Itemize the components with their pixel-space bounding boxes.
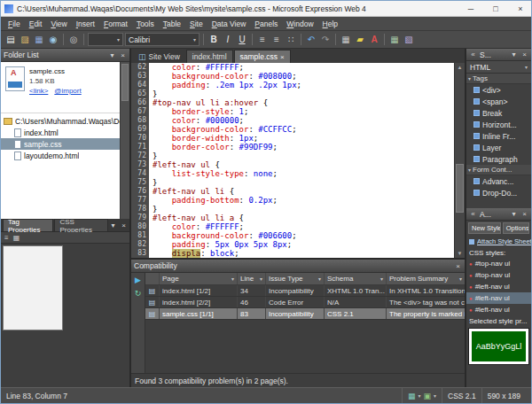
code-line-67[interactable]: 67 border-style: 1; bbox=[131, 107, 454, 116]
column-header-line[interactable]: Line▾ bbox=[238, 273, 266, 284]
style-dropdown[interactable]: ▾ bbox=[88, 33, 123, 46]
save-icon[interactable]: ▦ bbox=[33, 33, 45, 46]
toolbox-item-inline-fr[interactable]: Inline Fr... bbox=[466, 130, 531, 142]
visual-aids-icon[interactable]: ▦ bbox=[408, 392, 416, 400]
tree-item-layoutdemo-html[interactable]: layoutdemo.html bbox=[1, 150, 120, 161]
panel-menu-icon[interactable]: ▾ bbox=[109, 221, 117, 229]
categorized-icon[interactable]: ▦ bbox=[13, 234, 20, 242]
style-item-2[interactable]: ●#left-nav ul bbox=[466, 281, 531, 292]
run-check-icon[interactable]: ▶ bbox=[135, 276, 141, 284]
panel-menu-icon[interactable]: ▾ bbox=[510, 50, 518, 58]
code-line-71[interactable]: 71 border-color: #99DF99; bbox=[131, 143, 454, 152]
compat-row-index-html-2-2[interactable]: ▤index.html [2/2]46Code ErrorN/AThe <div… bbox=[145, 297, 465, 308]
toolbox-item-horizont[interactable]: Horizont... bbox=[466, 119, 531, 130]
toolbox-section-form-cont[interactable]: ▾Form Cont... bbox=[466, 165, 531, 175]
bullets-icon[interactable]: ∷ bbox=[285, 33, 297, 46]
collapse-left-icon[interactable]: « bbox=[469, 210, 477, 218]
minimize-button[interactable]: ─ bbox=[460, 1, 481, 16]
highlight-icon[interactable]: ▰ bbox=[354, 33, 366, 46]
column-header-issue-type[interactable]: Issue Type▾ bbox=[266, 273, 325, 284]
attach-style-sheet-link[interactable]: Attach Style Sheet bbox=[466, 236, 531, 247]
props-empty-grid[interactable] bbox=[3, 245, 63, 330]
code-line-78[interactable]: 78} bbox=[131, 205, 454, 214]
code-line-69[interactable]: 69 background-color: #CCFFCC; bbox=[131, 125, 454, 134]
preview-browser-icon[interactable]: ◉ bbox=[47, 33, 59, 46]
panel-menu-icon[interactable]: ▾ bbox=[510, 210, 518, 218]
tab-site-view[interactable]: ◫Site View bbox=[133, 50, 185, 63]
code-line-80[interactable]: 80 color: #FFFFFF; bbox=[131, 222, 454, 231]
style-item-3[interactable]: ●#left-nav ul bbox=[466, 292, 531, 304]
image-icon[interactable]: ▧ bbox=[403, 33, 415, 46]
italic-icon[interactable]: I bbox=[222, 33, 234, 46]
menu-item-table[interactable]: Table bbox=[159, 18, 185, 30]
tab-sample-css[interactable]: sample.css× bbox=[234, 50, 291, 63]
code-line-79[interactable]: 79#left-nav ul li a { bbox=[131, 214, 454, 222]
code-editor[interactable]: 62 color: #FFFFFF;63 background-color: #… bbox=[131, 63, 465, 258]
code-line-74[interactable]: 74 list-style-type: none; bbox=[131, 169, 454, 178]
toolbox-item-break[interactable]: Break bbox=[466, 107, 531, 119]
menu-item-file[interactable]: File bbox=[4, 18, 25, 30]
toolbox-item-paragraph[interactable]: Paragraph bbox=[466, 153, 531, 165]
close-panel-icon[interactable]: × bbox=[520, 210, 528, 218]
toolbox-section-tags[interactable]: ▾Tags bbox=[466, 74, 531, 84]
toolbox-item-div[interactable]: <div> bbox=[466, 84, 531, 96]
menu-item-format[interactable]: Format bbox=[99, 18, 132, 30]
code-line-63[interactable]: 63 background-color: #008000; bbox=[131, 72, 454, 81]
options-button[interactable]: Options ▾ bbox=[503, 222, 529, 234]
menu-item-view[interactable]: View bbox=[46, 18, 71, 30]
font-dropdown[interactable]: Calibri ▾ bbox=[125, 33, 200, 46]
underline-icon[interactable]: U bbox=[236, 33, 248, 46]
folder-list-scrollbar[interactable] bbox=[120, 62, 129, 219]
code-line-70[interactable]: 70 border-width: 1px; bbox=[131, 134, 454, 143]
toolbox-item-drop-do[interactable]: Drop-Do... bbox=[466, 187, 531, 198]
tree-item-sample-css[interactable]: sample.css bbox=[1, 138, 120, 150]
close-panel-icon[interactable]: × bbox=[454, 262, 462, 270]
menu-item-tools[interactable]: Tools bbox=[132, 18, 159, 30]
compat-row-sample-css-1-1[interactable]: ▤sample.css [1/1]83IncompatibilityCSS 2.… bbox=[145, 308, 465, 320]
tree-root[interactable]: C:\Users\Muhammad.Waqas\Documents\My Web… bbox=[1, 115, 120, 127]
code-line-64[interactable]: 64 padding: .2em 1px .2px 1px; bbox=[131, 81, 454, 89]
scroll-up-icon[interactable]: ▲ bbox=[458, 63, 463, 72]
font-color-icon[interactable]: A bbox=[368, 33, 380, 46]
toolbox-item-span[interactable]: <span> bbox=[466, 96, 531, 107]
toolbox-item-layer[interactable]: Layer bbox=[466, 142, 531, 153]
sort-az-icon[interactable]: ≡ bbox=[4, 234, 9, 242]
link-tag-link[interactable]: <link> bbox=[29, 87, 48, 95]
code-line-73[interactable]: 73#left-nav ul { bbox=[131, 160, 454, 169]
code-line-65[interactable]: 65} bbox=[131, 89, 454, 98]
code-line-81[interactable]: 81 background-color: #006600; bbox=[131, 231, 454, 240]
tab-css-properties[interactable]: CSS Properties bbox=[54, 219, 108, 231]
scrollbar-thumb[interactable] bbox=[456, 164, 464, 213]
bold-icon[interactable]: B bbox=[207, 33, 220, 46]
menu-item-data-view[interactable]: Data View bbox=[207, 18, 251, 30]
close-panel-icon[interactable]: × bbox=[120, 221, 128, 229]
dropdown-arrow-icon[interactable]: ▾ bbox=[434, 392, 436, 399]
code-line-68[interactable]: 68 color: #000000; bbox=[131, 116, 454, 125]
new-style-button[interactable]: New Style... bbox=[468, 222, 501, 234]
code-line-76[interactable]: 76#left-nav ul li { bbox=[131, 187, 454, 196]
scroll-down-icon[interactable]: ▼ bbox=[458, 249, 463, 258]
maximize-button[interactable]: □ bbox=[485, 1, 506, 16]
undo-icon[interactable]: ↶ bbox=[305, 33, 317, 46]
tab-index-html[interactable]: index.html bbox=[186, 50, 233, 63]
column-header-problem-summary[interactable]: Problem Summary▾ bbox=[387, 273, 465, 284]
collapse-left-icon[interactable]: « bbox=[469, 50, 477, 58]
style-item-1[interactable]: ●#top-nav ul bbox=[466, 269, 531, 281]
align-center-icon[interactable]: ≡ bbox=[270, 33, 283, 46]
scrollbar-thumb[interactable] bbox=[121, 64, 129, 101]
find-icon[interactable]: ◎ bbox=[67, 33, 80, 46]
status-schema[interactable]: CSS 2.1 bbox=[442, 388, 481, 403]
code-line-62[interactable]: 62 color: #FFFFFF; bbox=[131, 63, 454, 72]
style-item-4[interactable]: ●#left-nav ul bbox=[466, 304, 531, 315]
borders-icon[interactable]: ▦ bbox=[340, 33, 352, 46]
close-panel-icon[interactable]: × bbox=[119, 51, 127, 59]
code-lines[interactable]: 62 color: #FFFFFF;63 background-color: #… bbox=[131, 63, 454, 258]
column-header-schema[interactable]: Schema▾ bbox=[325, 273, 387, 284]
toolbox-item-advanc[interactable]: Advanc... bbox=[466, 175, 531, 187]
menu-item-site[interactable]: Site bbox=[185, 18, 207, 30]
refresh-icon[interactable]: ↻ bbox=[135, 289, 142, 298]
scrollbar-track[interactable] bbox=[455, 72, 465, 249]
close-panel-icon[interactable]: × bbox=[520, 50, 528, 58]
redo-icon[interactable]: ↷ bbox=[319, 33, 332, 46]
status-page-size[interactable]: 590 x 189 bbox=[481, 388, 526, 403]
